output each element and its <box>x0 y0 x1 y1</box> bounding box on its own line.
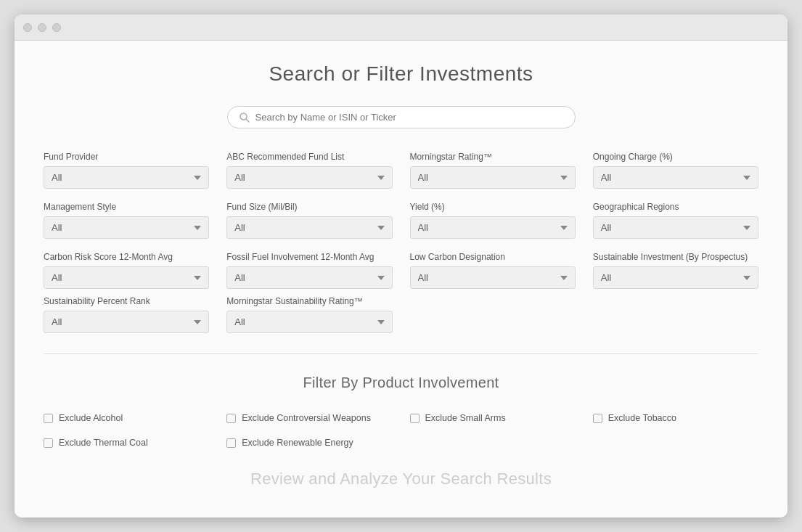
filter-label-0: Fund Provider <box>44 152 209 162</box>
filter-label-8: Carbon Risk Score 12-Month Avg <box>44 252 209 262</box>
extra-filters-row: Sustainability Percent RankAllMorningsta… <box>44 296 758 333</box>
filter-group-2: Morningstar Rating™All <box>410 152 576 189</box>
filter-select-7[interactable]: All <box>593 216 758 239</box>
filter-group-7: Geographical RegionsAll <box>593 202 758 239</box>
filter-select-1[interactable]: All <box>226 166 392 189</box>
filter-select-3[interactable]: All <box>593 166 758 189</box>
checkbox-empty-1 <box>593 438 758 448</box>
filter-select-5[interactable]: All <box>226 216 392 239</box>
filter-select-9[interactable]: All <box>226 266 392 289</box>
checkbox-label-exclude-controversial-weapons[interactable]: Exclude Controversial Weapons <box>242 413 371 423</box>
filter-select-4[interactable]: All <box>44 216 209 239</box>
checkbox-exclude-small-arms[interactable] <box>410 414 420 423</box>
filter-group-3: Ongoing Charge (%)All <box>593 152 758 189</box>
checkbox-label-exclude-thermal-coal[interactable]: Exclude Thermal Coal <box>59 438 148 448</box>
filter-group-extra-1: Morningstar Sustainability Rating™All <box>226 296 392 333</box>
checkbox-exclude-alcohol[interactable] <box>44 414 53 423</box>
checkboxes-row-1: Exclude AlcoholExclude Controversial Wea… <box>44 413 758 423</box>
product-involvement-title: Filter By Product Involvement <box>44 375 758 391</box>
filter-label-extra-1: Morningstar Sustainability Rating™ <box>226 296 392 306</box>
search-input[interactable] <box>255 112 563 123</box>
bottom-cta: Review and Analyze Your Search Results <box>44 470 758 488</box>
checkbox-empty-0 <box>410 438 576 448</box>
maximize-button[interactable] <box>52 23 61 32</box>
filter-label-2: Morningstar Rating™ <box>410 152 576 162</box>
filter-empty-0 <box>410 296 576 333</box>
checkbox-exclude-thermal-coal[interactable] <box>44 438 53 448</box>
checkbox-item-exclude-controversial-weapons: Exclude Controversial Weapons <box>226 413 392 423</box>
checkbox-label-exclude-renewable-energy[interactable]: Exclude Renewable Energy <box>242 438 353 448</box>
filter-group-8: Carbon Risk Score 12-Month AvgAll <box>44 252 209 289</box>
filter-label-11: Sustainable Investment (By Prospectus) <box>593 252 758 262</box>
filter-select-extra-0[interactable]: All <box>44 311 209 333</box>
filter-empty-1 <box>593 296 758 333</box>
checkboxes-row-2: Exclude Thermal CoalExclude Renewable En… <box>44 438 758 448</box>
checkbox-label-exclude-tobacco[interactable]: Exclude Tobacco <box>608 413 676 423</box>
checkbox-exclude-controversial-weapons[interactable] <box>226 414 236 423</box>
search-bar-container <box>44 106 758 128</box>
filter-label-10: Low Carbon Designation <box>410 252 576 262</box>
checkbox-label-exclude-alcohol[interactable]: Exclude Alcohol <box>59 413 123 423</box>
filter-select-extra-1[interactable]: All <box>226 311 392 333</box>
filter-label-6: Yield (%) <box>410 202 576 212</box>
filter-select-8[interactable]: All <box>44 266 209 289</box>
filter-select-6[interactable]: All <box>410 216 576 239</box>
page-title: Search or Filter Investments <box>44 62 758 86</box>
checkbox-item-exclude-tobacco: Exclude Tobacco <box>593 413 758 423</box>
minimize-button[interactable] <box>38 23 46 32</box>
checkbox-label-exclude-small-arms[interactable]: Exclude Small Arms <box>425 413 506 423</box>
section-divider <box>44 353 758 354</box>
filter-group-11: Sustainable Investment (By Prospectus)Al… <box>593 252 758 289</box>
checkbox-item-exclude-small-arms: Exclude Small Arms <box>410 413 576 423</box>
title-bar <box>15 15 787 41</box>
filter-label-9: Fossil Fuel Involvement 12-Month Avg <box>226 252 392 262</box>
filter-group-9: Fossil Fuel Involvement 12-Month AvgAll <box>226 252 392 289</box>
filter-group-5: Fund Size (Mil/Bil)All <box>226 202 392 239</box>
filter-select-0[interactable]: All <box>44 166 209 189</box>
filter-select-11[interactable]: All <box>593 266 758 289</box>
main-filters-grid: Fund ProviderAllABC Recommended Fund Lis… <box>44 152 758 289</box>
filter-label-5: Fund Size (Mil/Bil) <box>226 202 392 212</box>
filter-group-1: ABC Recommended Fund ListAll <box>226 152 392 189</box>
filter-group-extra-0: Sustainability Percent RankAll <box>44 296 209 333</box>
filter-select-2[interactable]: All <box>410 166 576 189</box>
filter-group-0: Fund ProviderAll <box>44 152 209 189</box>
filter-group-10: Low Carbon DesignationAll <box>410 252 576 289</box>
checkbox-item-exclude-thermal-coal: Exclude Thermal Coal <box>44 438 209 448</box>
checkbox-exclude-renewable-energy[interactable] <box>226 438 236 448</box>
svg-line-1 <box>246 119 249 122</box>
search-bar <box>227 106 576 128</box>
filter-group-4: Management StyleAll <box>44 202 209 239</box>
checkbox-exclude-tobacco[interactable] <box>593 414 602 423</box>
traffic-lights <box>23 23 61 32</box>
filter-label-3: Ongoing Charge (%) <box>593 152 758 162</box>
bottom-cta-text: Review and Analyze Your Search Results <box>250 470 552 488</box>
filter-group-6: Yield (%)All <box>410 202 576 239</box>
filter-label-extra-0: Sustainability Percent Rank <box>44 296 209 306</box>
checkbox-item-exclude-alcohol: Exclude Alcohol <box>44 413 209 423</box>
filter-label-4: Management Style <box>44 202 209 212</box>
app-window: Search or Filter Investments Fund Provid… <box>15 15 787 517</box>
filter-label-7: Geographical Regions <box>593 202 758 212</box>
filter-label-1: ABC Recommended Fund List <box>226 152 392 162</box>
main-content: Search or Filter Investments Fund Provid… <box>15 41 787 517</box>
checkbox-item-exclude-renewable-energy: Exclude Renewable Energy <box>226 438 392 448</box>
close-button[interactable] <box>23 23 32 32</box>
search-icon <box>240 112 250 123</box>
filters-container: Fund ProviderAllABC Recommended Fund Lis… <box>44 152 758 354</box>
filter-select-10[interactable]: All <box>410 266 576 289</box>
